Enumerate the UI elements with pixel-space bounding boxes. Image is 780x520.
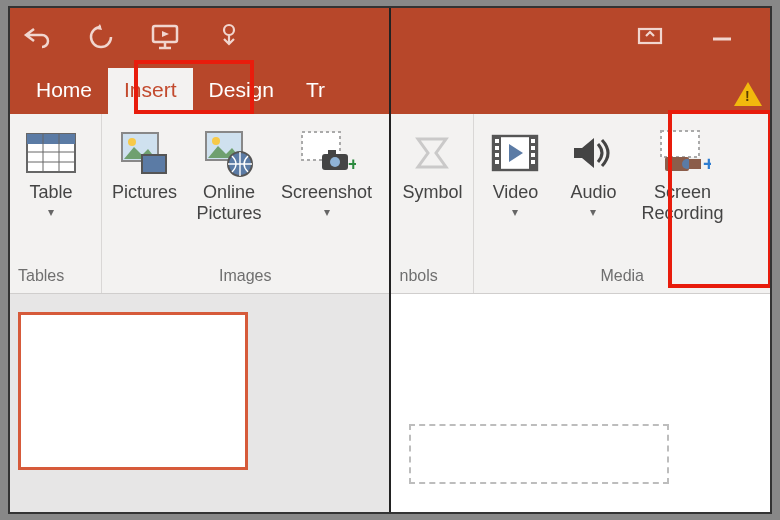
symbol-button[interactable]: Symbol xyxy=(393,118,471,203)
minimize-icon[interactable] xyxy=(710,27,734,47)
pictures-label: Pictures xyxy=(112,182,177,203)
tab-insert[interactable]: Insert xyxy=(108,68,193,114)
slide-area-right xyxy=(391,294,770,512)
ribbon-tabs-right xyxy=(391,66,770,114)
chevron-down-icon: ▾ xyxy=(590,205,596,219)
redo-icon[interactable] xyxy=(88,24,114,50)
screenshot-button[interactable]: + Screenshot ▾ xyxy=(273,118,380,219)
ribbon-insert: Table ▾ Tables Pictures xyxy=(10,114,389,294)
slideshow-icon[interactable] xyxy=(150,23,180,51)
display-settings-icon[interactable] xyxy=(636,26,664,48)
svg-text:+: + xyxy=(348,154,356,174)
svg-rect-35 xyxy=(689,159,701,169)
placeholder-box[interactable] xyxy=(409,424,669,484)
svg-rect-26 xyxy=(495,153,499,157)
group-images: Pictures Online Pictures + Screenshot ▾ xyxy=(102,114,389,293)
table-button[interactable]: Table ▾ xyxy=(12,118,90,219)
tab-home[interactable]: Home xyxy=(20,68,108,114)
symbol-icon xyxy=(408,124,456,182)
online-pictures-button[interactable]: Online Pictures xyxy=(185,118,273,223)
svg-rect-32 xyxy=(661,131,699,157)
svg-rect-3 xyxy=(27,134,75,144)
group-label-symbols: nbols xyxy=(393,263,471,291)
group-label-tables: Tables xyxy=(12,263,99,291)
screenshot-label: Screenshot xyxy=(281,182,372,203)
touch-mode-icon[interactable] xyxy=(216,22,242,52)
svg-point-16 xyxy=(330,157,340,167)
group-label-media: Media xyxy=(476,263,768,291)
screen-recording-button[interactable]: + Screen Recording xyxy=(632,118,732,223)
svg-text:+: + xyxy=(703,153,711,175)
group-media: Video ▾ Audio ▾ + Screen Re xyxy=(474,114,770,293)
chevron-down-icon: ▾ xyxy=(512,205,518,219)
screen-recording-label: Screen Recording xyxy=(641,182,723,223)
right-pane: Symbol nbols Video ▾ xyxy=(391,8,770,512)
svg-rect-30 xyxy=(531,153,535,157)
group-symbols: Symbol nbols xyxy=(391,114,474,293)
svg-point-12 xyxy=(212,137,220,145)
ribbon-tabs: Home Insert Design Tr xyxy=(10,66,389,114)
svg-rect-25 xyxy=(495,146,499,150)
slide-panel xyxy=(10,294,389,512)
chevron-down-icon: ▾ xyxy=(324,205,330,219)
screen-recording-icon: + xyxy=(653,124,711,182)
table-icon xyxy=(25,124,77,182)
table-label: Table xyxy=(29,182,72,203)
slide-thumbnail[interactable] xyxy=(18,312,248,470)
quick-access-toolbar xyxy=(10,8,389,66)
tab-transitions[interactable]: Tr xyxy=(290,68,341,114)
svg-point-9 xyxy=(128,138,136,146)
svg-rect-10 xyxy=(142,155,166,173)
chevron-down-icon: ▾ xyxy=(48,205,54,219)
audio-button[interactable]: Audio ▾ xyxy=(554,118,632,219)
online-pictures-label: Online Pictures xyxy=(197,182,262,223)
group-tables: Table ▾ Tables xyxy=(10,114,102,293)
group-label-images: Images xyxy=(104,263,387,291)
svg-rect-28 xyxy=(531,139,535,143)
video-label: Video xyxy=(493,182,539,203)
window-controls xyxy=(391,8,770,66)
svg-rect-24 xyxy=(495,139,499,143)
svg-rect-29 xyxy=(531,146,535,150)
composite-screenshot: Home Insert Design Tr Table ▾ Tables xyxy=(8,6,772,514)
video-button[interactable]: Video ▾ xyxy=(476,118,554,219)
warning-icon[interactable] xyxy=(734,82,762,106)
pictures-icon xyxy=(118,124,172,182)
video-icon xyxy=(489,124,541,182)
audio-icon xyxy=(568,124,618,182)
symbol-label: Symbol xyxy=(402,182,462,203)
online-pictures-icon xyxy=(202,124,256,182)
svg-rect-17 xyxy=(328,150,336,156)
svg-rect-31 xyxy=(531,160,535,164)
audio-label: Audio xyxy=(570,182,616,203)
tab-design[interactable]: Design xyxy=(193,68,290,114)
svg-point-1 xyxy=(224,25,234,35)
screenshot-icon: + xyxy=(298,124,356,182)
svg-rect-27 xyxy=(495,160,499,164)
ribbon-right: Symbol nbols Video ▾ xyxy=(391,114,770,294)
undo-icon[interactable] xyxy=(22,25,52,49)
pictures-button[interactable]: Pictures xyxy=(104,118,185,203)
left-pane: Home Insert Design Tr Table ▾ Tables xyxy=(10,8,389,512)
